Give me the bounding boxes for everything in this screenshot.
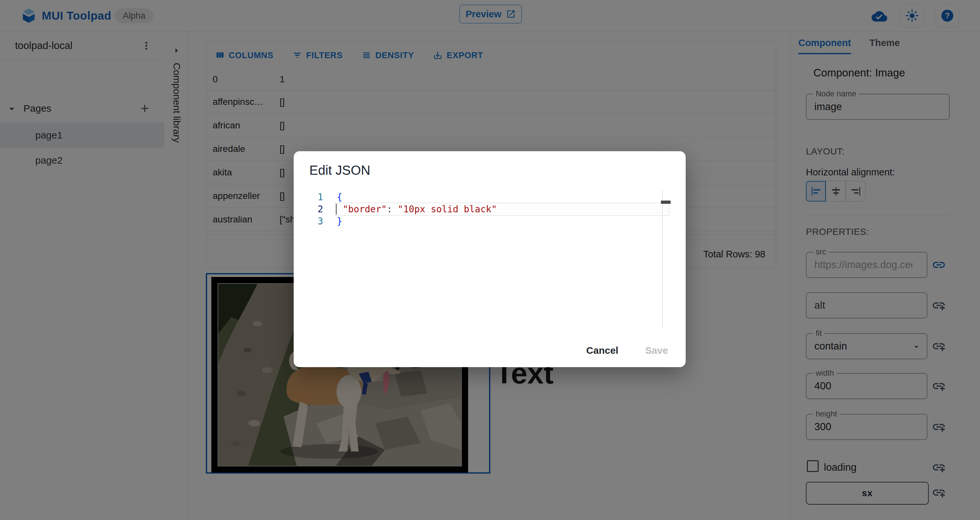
dialog-title: Edit JSON: [309, 163, 371, 178]
code-line[interactable]: 3 }: [294, 215, 673, 227]
line-number: 2: [307, 204, 323, 215]
dialog-actions: Cancel Save: [294, 341, 686, 360]
code-line[interactable]: 1 {: [294, 191, 673, 203]
line-number: 3: [307, 216, 323, 227]
cancel-button[interactable]: Cancel: [584, 345, 620, 356]
save-button[interactable]: Save: [643, 345, 670, 356]
line-number: 1: [307, 192, 323, 202]
code-line-active[interactable]: 2 "border": "10px solid black": [294, 203, 673, 215]
editor-scrollbar[interactable]: [662, 191, 663, 328]
edit-json-dialog: Edit JSON 1 { 2 "border": "10px solid bl…: [294, 151, 686, 367]
minimap-marker: [661, 200, 671, 204]
